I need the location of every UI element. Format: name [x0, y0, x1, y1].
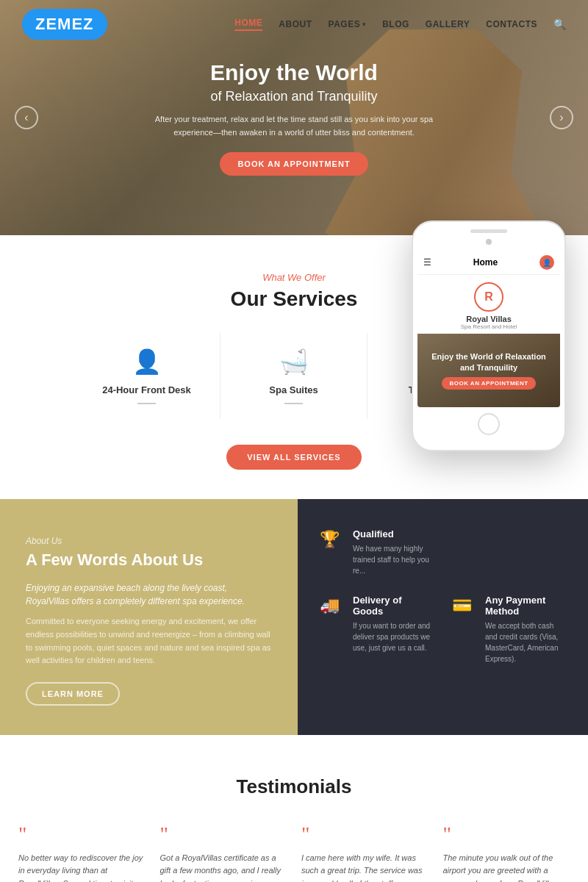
phone-camera — [486, 239, 492, 245]
testimonial-item-2: " I came here with my wife. It was such … — [301, 824, 429, 882]
about-description: Committed to everyone seeking energy and… — [26, 615, 272, 667]
quote-mark-3: " — [443, 824, 570, 845]
phone-user-icon[interactable]: 👤 — [539, 255, 554, 270]
nav-contacts[interactable]: CONTACTS — [486, 19, 537, 29]
service-name-0: 24-Hour Front Desk — [85, 384, 209, 395]
nav-gallery[interactable]: GALLERY — [426, 19, 470, 29]
feature-item-0: 🏆 Qualified We have many highly trained … — [320, 528, 434, 576]
hero-next-button[interactable]: › — [550, 106, 573, 129]
feature-spacer — [452, 528, 566, 576]
phone-menu-icon[interactable]: ☰ — [423, 257, 431, 268]
feature-title-0: Qualified — [353, 528, 434, 539]
learn-more-button[interactable]: LEARN MORE — [26, 682, 120, 706]
feature-desc-2: We accept both cash and credit cards (Vi… — [485, 620, 566, 664]
phone-brand-name: Royal Villas — [421, 315, 556, 323]
service-icon-1: 🛁 — [232, 348, 356, 376]
nav-about[interactable]: ABOUT — [279, 19, 312, 29]
feature-icon-2: 💳 — [452, 596, 474, 615]
testimonial-text-2: I came here with my wife. It was such a … — [301, 852, 429, 882]
about-title: A Few Words About Us — [26, 551, 272, 570]
service-item-0: 👤 24-Hour Front Desk — [74, 333, 220, 419]
features-grid: 🏆 Qualified We have many highly trained … — [320, 528, 566, 664]
quote-mark-2: " — [301, 824, 429, 845]
testimonial-item-1: " Got a RoyalVillas certificate as a gif… — [160, 824, 287, 882]
testimonial-text-0: No better way to rediscover the joy in e… — [18, 852, 146, 882]
quote-mark-1: " — [160, 824, 287, 845]
phone-nav-bar: ☰ Home 👤 — [417, 251, 560, 275]
nav-pages-wrap: PAGES ▾ — [329, 19, 367, 29]
service-divider-0 — [137, 403, 156, 404]
header: ZEMEZ HOME ABOUT PAGES ▾ BLOG GALLERY CO… — [0, 0, 588, 49]
service-icon-0: 👤 — [85, 348, 209, 376]
services-section: ☰ Home 👤 R Royal Villas Spa Resort and H… — [0, 235, 588, 499]
phone-home-button[interactable] — [478, 413, 500, 435]
feature-title-1: Delivery of Goods — [353, 595, 434, 617]
hero-prev-button[interactable]: ‹ — [15, 106, 38, 129]
feature-item-2: 💳 Any Payment Method We accept both cash… — [452, 595, 566, 664]
phone-nav-title: Home — [473, 257, 498, 268]
testimonials-grid: " No better way to rediscover the joy in… — [18, 824, 570, 882]
feature-icon-1: 🚚 — [320, 596, 342, 615]
phone-cta-button[interactable]: BOOK AN APPOINTMENT — [442, 377, 535, 390]
hero-description: After your treatment, relax and let the … — [147, 113, 441, 139]
phone-mockup-container: ☰ Home 👤 R Royal Villas Spa Resort and H… — [412, 220, 566, 451]
feature-item-1: 🚚 Delivery of Goods If you want to order… — [320, 595, 434, 664]
view-all-button[interactable]: VIEW ALL SERVICES — [226, 445, 361, 470]
service-divider-1 — [284, 403, 303, 404]
hero-content: Enjoy the World of Relaxation and Tranqu… — [147, 60, 441, 176]
phone-hero-image: Enjoy the World of Relaxation and Tranqu… — [417, 334, 560, 407]
feature-content-1: Delivery of Goods If you want to order a… — [353, 595, 434, 653]
feature-title-2: Any Payment Method — [485, 595, 566, 617]
testimonials-section: Testimonials " No better way to rediscov… — [0, 735, 588, 882]
phone-logo-area: R Royal Villas Spa Resort and Hotel — [417, 275, 560, 334]
about-left-panel: About Us A Few Words About Us Enjoying a… — [0, 499, 298, 735]
testimonial-item-3: " The minute you walk out of the airport… — [443, 824, 570, 882]
testimonial-item-0: " No better way to rediscover the joy in… — [18, 824, 146, 882]
phone-screen: ☰ Home 👤 R Royal Villas Spa Resort and H… — [417, 251, 560, 407]
hero-title: Enjoy the World — [147, 60, 441, 86]
testimonial-text-3: The minute you walk out of the airport y… — [443, 852, 570, 882]
logo[interactable]: ZEMEZ — [22, 9, 107, 40]
service-item-1: 🛁 Spa Suites — [220, 333, 368, 419]
hero-cta-button[interactable]: BOOK AN APPOINTMENT — [220, 152, 368, 176]
search-icon[interactable]: 🔍 — [553, 18, 566, 30]
phone-speaker — [470, 229, 507, 233]
feature-desc-0: We have many highly trained staff to hel… — [353, 543, 434, 576]
testimonials-title: Testimonials — [18, 775, 570, 798]
features-panel: 🏆 Qualified We have many highly trained … — [298, 499, 588, 735]
navigation: HOME ABOUT PAGES ▾ BLOG GALLERY CONTACTS… — [234, 18, 566, 31]
quote-mark-0: " — [18, 824, 146, 845]
hero-subtitle: of Relaxation and Tranquility — [147, 89, 441, 104]
about-desc-highlight: Enjoying an expansive beach along the li… — [26, 581, 272, 608]
feature-icon-0: 🏆 — [320, 530, 342, 549]
chevron-down-icon: ▾ — [362, 21, 366, 28]
phone-brand-sub: Spa Resort and Hotel — [421, 323, 556, 330]
feature-content-2: Any Payment Method We accept both cash a… — [485, 595, 566, 664]
service-name-1: Spa Suites — [232, 384, 356, 395]
nav-home[interactable]: HOME — [234, 18, 262, 31]
testimonial-text-1: Got a RoyalVillas certificate as a gift … — [160, 852, 287, 882]
about-section: About Us A Few Words About Us Enjoying a… — [0, 499, 588, 735]
nav-pages[interactable]: PAGES — [329, 19, 361, 29]
feature-desc-1: If you want to order and deliver spa pro… — [353, 620, 434, 653]
nav-blog[interactable]: BLOG — [382, 19, 409, 29]
phone-hero-text: Enjoy the World of Relaxation and Tranqu… — [425, 351, 553, 373]
phone-mockup: ☰ Home 👤 R Royal Villas Spa Resort and H… — [412, 220, 566, 451]
about-sub-label: About Us — [26, 536, 272, 546]
phone-logo-circle: R — [474, 282, 503, 312]
feature-content-0: Qualified We have many highly trained st… — [353, 528, 434, 576]
